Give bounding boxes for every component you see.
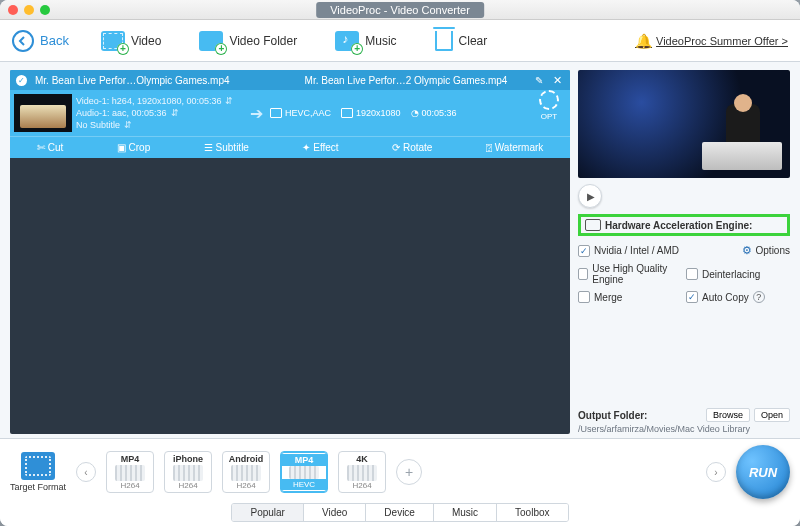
out-codec: HEVC,AAC: [285, 108, 331, 118]
add-video-button[interactable]: + Video: [95, 27, 167, 55]
options-button[interactable]: ⚙ Options: [686, 244, 790, 257]
preset-top: MP4: [121, 454, 140, 464]
add-music-button[interactable]: + Music: [329, 27, 402, 55]
preset-mp4-hevc[interactable]: MP4 HEVC: [280, 451, 328, 493]
item-checked-icon[interactable]: ✓: [16, 75, 27, 86]
codec-options-button[interactable]: OPT: [534, 90, 564, 136]
item-thumbnail: [14, 94, 72, 132]
options-label: Options: [756, 245, 790, 256]
preset-bot: H264: [352, 481, 371, 490]
film-strip-icon: [289, 466, 319, 479]
window-title: VideoProc - Video Converter: [316, 2, 484, 18]
opt-nvidia-label: Nvidia / Intel / AMD: [594, 245, 679, 256]
promo-label: VideoProc Summer Offer >: [656, 35, 788, 47]
watermark-label: Watermark: [495, 142, 544, 153]
resolution-icon: [341, 108, 353, 118]
preview-controls: ▶: [578, 184, 790, 208]
audio-track-selector-icon[interactable]: ⇵: [171, 108, 179, 118]
clear-button[interactable]: Clear: [429, 27, 494, 55]
back-arrow-icon: [12, 30, 34, 52]
run-button[interactable]: RUN: [736, 445, 790, 499]
output-folder-path: /Users/arfamirza/Movies/Mac Video Librar…: [578, 424, 790, 434]
cut-button[interactable]: ✄Cut: [37, 142, 64, 153]
chip-icon: [585, 219, 601, 231]
promo-link[interactable]: 🔔 VideoProc Summer Offer >: [635, 33, 788, 49]
video-icon: +: [101, 31, 125, 51]
output-filename: Mr. Bean Live Perfor…2 Olympic Games.mp4: [285, 75, 527, 86]
app-window: VideoProc - Video Converter Back + Video…: [0, 0, 800, 526]
back-label: Back: [40, 33, 69, 48]
remove-item-icon[interactable]: ✕: [551, 74, 564, 87]
tab-toolbox[interactable]: Toolbox: [497, 504, 567, 521]
checkbox-nvidia[interactable]: [578, 245, 590, 257]
opt-autocopy-label: Auto Copy: [702, 292, 749, 303]
hw-accel-section: Hardware Acceleration Engine:: [578, 214, 790, 236]
format-strip: Target Format ‹ MP4 H264 iPhone H264 And…: [10, 445, 790, 499]
rename-icon[interactable]: ✎: [535, 75, 543, 86]
browse-button[interactable]: Browse: [706, 408, 750, 422]
preset-top: MP4: [281, 454, 327, 466]
video-line: Video-1: h264, 1920x1080, 00:05:36: [76, 96, 221, 106]
help-icon[interactable]: ?: [753, 291, 765, 303]
subtitle-track-selector-icon[interactable]: ⇵: [124, 120, 132, 130]
watermark-icon: ⍰: [486, 142, 492, 153]
effect-button[interactable]: ✦Effect: [302, 142, 338, 153]
opt-deint-label: Deinterlacing: [702, 269, 760, 280]
watermark-button[interactable]: ⍰Watermark: [486, 142, 544, 153]
tab-popular[interactable]: Popular: [232, 504, 303, 521]
preview-player[interactable]: [578, 70, 790, 178]
checkbox-hq[interactable]: [578, 268, 588, 280]
film-strip-icon: [173, 465, 203, 481]
subtitle-button[interactable]: ☰Subtitle: [204, 142, 249, 153]
preset-iphone[interactable]: iPhone H264: [164, 451, 212, 493]
media-item[interactable]: ✓ Mr. Bean Live Perfor…Olympic Games.mp4…: [10, 70, 570, 158]
video-track-selector-icon[interactable]: ⇵: [225, 96, 233, 106]
close-window-icon[interactable]: [8, 5, 18, 15]
opt-label: OPT: [541, 112, 557, 121]
bottom-panel: Target Format ‹ MP4 H264 iPhone H264 And…: [0, 438, 800, 526]
rotate-icon: ⟳: [392, 142, 400, 153]
tab-device[interactable]: Device: [366, 504, 434, 521]
add-video-folder-button[interactable]: + Video Folder: [193, 27, 303, 55]
out-resolution: 1920x1080: [356, 108, 401, 118]
preset-mp4-h264[interactable]: MP4 H264: [106, 451, 154, 493]
back-button[interactable]: Back: [12, 30, 69, 52]
presets-next-button[interactable]: ›: [706, 462, 726, 482]
effect-label: Effect: [313, 142, 338, 153]
folder-icon: +: [199, 31, 223, 51]
presets-prev-button[interactable]: ‹: [76, 462, 96, 482]
cut-label: Cut: [48, 142, 64, 153]
checkbox-merge[interactable]: [578, 291, 590, 303]
minimize-window-icon[interactable]: [24, 5, 34, 15]
film-strip-icon: [231, 465, 261, 481]
music-icon: +: [335, 31, 359, 51]
subtitle-icon: ☰: [204, 142, 213, 153]
tab-video[interactable]: Video: [304, 504, 366, 521]
clock-icon: ◔: [411, 108, 419, 118]
open-folder-button[interactable]: Open: [754, 408, 790, 422]
rotate-button[interactable]: ⟳Rotate: [392, 142, 432, 153]
clear-label: Clear: [459, 34, 488, 48]
subtitle-line: No Subtitle: [76, 120, 120, 130]
preset-android[interactable]: Android H264: [222, 451, 270, 493]
add-preset-button[interactable]: +: [396, 459, 422, 485]
output-folder-label: Output Folder:: [578, 410, 647, 421]
zoom-window-icon[interactable]: [40, 5, 50, 15]
play-button[interactable]: ▶: [578, 184, 602, 208]
preset-bot: H264: [236, 481, 255, 490]
add-video-label: Video: [131, 34, 161, 48]
rotate-label: Rotate: [403, 142, 432, 153]
preset-bot: H264: [178, 481, 197, 490]
checkbox-deinterlacing[interactable]: [686, 268, 698, 280]
source-meta: Video-1: h264, 1920x1080, 00:05:36⇵ Audi…: [76, 90, 246, 136]
main-area: ✓ Mr. Bean Live Perfor…Olympic Games.mp4…: [0, 62, 800, 438]
format-category-tabs: Popular Video Device Music Toolbox: [231, 503, 568, 522]
target-format-icon: [21, 452, 55, 480]
trash-icon: [435, 31, 453, 51]
scissors-icon: ✄: [37, 142, 45, 153]
output-meta: HEVC,AAC 1920x1080 ◔00:05:36: [266, 90, 534, 136]
tab-music[interactable]: Music: [434, 504, 497, 521]
preset-4k[interactable]: 4K H264: [338, 451, 386, 493]
checkbox-autocopy[interactable]: [686, 291, 698, 303]
crop-button[interactable]: ▣Crop: [117, 142, 151, 153]
